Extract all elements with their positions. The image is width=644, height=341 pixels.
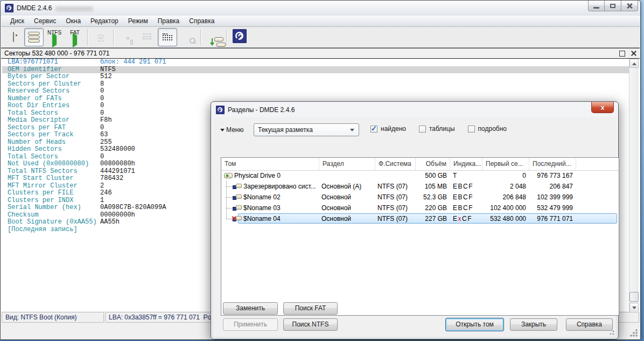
drive-list-button[interactable] [24, 28, 44, 46]
apply-button[interactable]: Применить [223, 318, 278, 331]
field-label: OEM identifier [8, 66, 100, 74]
dmde-logo-button[interactable] [230, 28, 249, 46]
scroll-up-icon[interactable] [629, 59, 639, 68]
dialog-menu-button[interactable]: Меню [220, 126, 243, 134]
checkbox-таблицы[interactable]: таблицы [419, 125, 455, 133]
close-icon [626, 3, 633, 9]
sector-panel-title: Секторы 532 480 000 - 976 771 071 [4, 50, 110, 57]
close-button[interactable] [621, 1, 638, 11]
tree-stub [226, 197, 232, 198]
menu-item-7[interactable]: Справка [184, 16, 219, 26]
drive-button[interactable] [4, 28, 23, 46]
dialog-close-button[interactable]: x [591, 102, 614, 113]
menu-item-2[interactable]: Сервис [29, 16, 61, 26]
partition-row[interactable]: Physical Drive 0500 GBT0976 773 167 [221, 170, 619, 181]
field-label: Root Dir Entries [8, 102, 100, 110]
volume-name: $Noname 04 [243, 213, 319, 224]
column-header-3[interactable]: Ф.Система [375, 158, 416, 170]
volume-name: $Noname 02 [243, 192, 319, 203]
partition-row[interactable]: $Noname 03ОсновнойNTFS (07)220 GBEBCF102… [221, 203, 619, 213]
open-fat-icon [73, 36, 77, 45]
open-ntfs-button[interactable]: NTFS [45, 28, 64, 46]
deleted-x-icon: × [232, 213, 236, 222]
replace-button[interactable]: Заменить [223, 302, 278, 315]
boot-field-row[interactable]: OEM identifierNTFS [2, 66, 629, 74]
field-value: 255 [100, 138, 112, 146]
drive-icon [13, 32, 14, 42]
menu-item-6[interactable]: Правка [153, 16, 185, 26]
scrollbar-thumb[interactable] [629, 292, 639, 302]
boot-field-row[interactable]: Sectors per Cluster8 [2, 81, 629, 88]
layout-select-value: Текущая разметка [258, 126, 313, 134]
field-value: 0 [100, 102, 104, 109]
menu-item-4[interactable]: Редактор [86, 16, 123, 26]
list-view-icon [143, 33, 151, 41]
first-sector: 532 480 000 [482, 213, 526, 224]
panel-maximize-icon[interactable] [619, 51, 625, 57]
layout-select[interactable]: Текущая разметка [254, 123, 359, 136]
boot-field-row[interactable]: Reserved Sectors0 [2, 88, 629, 95]
indicators: EBCF [453, 192, 482, 203]
field-value: 246 [100, 189, 112, 197]
toolbar-separator [226, 29, 227, 45]
search-fat-button[interactable]: Поиск FAT [283, 302, 338, 315]
maximize-icon [610, 4, 615, 8]
tree-stub [226, 208, 232, 208]
open-ntfs-icon [52, 36, 57, 45]
field-value: 512 [100, 73, 112, 80]
field-value: 0 [100, 124, 104, 131]
column-header-4[interactable]: Объём [416, 158, 450, 170]
panel-close-icon[interactable] [631, 50, 636, 56]
menu-item-1[interactable]: Диск [5, 16, 29, 26]
open-volume-button[interactable]: Открыть том [445, 318, 504, 331]
sector-panel-header: Секторы 532 480 000 - 976 771 071 [1, 48, 640, 59]
minimize-icon [593, 7, 599, 9]
help-button[interactable]: Справка [566, 318, 613, 331]
checkbox-icon[interactable] [370, 126, 377, 133]
file-system [377, 170, 416, 181]
list-view-button [137, 28, 157, 46]
menu-item-3[interactable]: Окна [61, 16, 86, 26]
maximize-button[interactable] [605, 1, 621, 11]
partition-icon [233, 205, 242, 211]
checkbox-icon[interactable] [419, 126, 426, 133]
column-header-2[interactable]: Раздел [319, 158, 375, 170]
first-sector: 0 [482, 170, 526, 181]
indicators: EBCF [453, 203, 482, 213]
checkbox-найдено[interactable]: найдено [370, 125, 406, 133]
dialog-title-bar: Разделы - DMDE 2.4.6 x [211, 102, 618, 117]
boot-field-row[interactable]: LBA:976771071блок: 444 291 071 [2, 59, 629, 66]
search-ntfs-button[interactable]: Поиск NTFS [283, 318, 338, 331]
resize-grip[interactable] [630, 329, 638, 337]
menu-item-5[interactable]: Режим [123, 16, 153, 26]
minimize-button[interactable] [588, 1, 605, 11]
partitions-table: ТомРазделФ.СистемаОбъёмИндика...Первый с… [221, 157, 619, 316]
field-label: Clusters per INDX [8, 197, 100, 205]
boot-field-row[interactable]: Bytes per Sector512 [2, 73, 629, 81]
dmde-logo-icon [216, 106, 225, 116]
checkbox-icon[interactable] [468, 126, 475, 133]
scroll-down-icon[interactable] [629, 303, 639, 312]
partition-row[interactable]: Зарезервировано сист...Основной (A)NTFS … [221, 181, 619, 192]
column-header-6[interactable]: Первый се... [482, 158, 529, 170]
dialog-resize-grip[interactable] [608, 329, 614, 335]
redacted-text [55, 6, 93, 11]
open-fat-button[interactable]: FAT [65, 28, 85, 46]
checkbox-подробно[interactable]: подробно [468, 125, 507, 133]
sector-view-button[interactable] [158, 28, 177, 46]
close-button[interactable]: Закрыть [510, 318, 557, 331]
column-header-1[interactable]: Том [221, 158, 319, 170]
indicators: T [453, 170, 482, 181]
switch-window-button[interactable] [204, 28, 223, 46]
partition-row[interactable]: $Noname 02ОсновнойNTFS (07)52.3 GBEBCF20… [221, 192, 619, 203]
column-header-5[interactable]: Индика... [450, 158, 482, 170]
column-header-7[interactable]: Последний... [529, 158, 576, 170]
file-system: NTFS (07) [377, 213, 416, 224]
vertical-scrollbar[interactable] [629, 59, 639, 312]
partition-row[interactable]: ×$Noname 04ОсновнойNTFS (07)227 GBExCF53… [221, 213, 619, 224]
partition-icon [233, 194, 242, 200]
toolbar: NTFSFAT✦ [1, 27, 640, 48]
indicators: EBCF [453, 181, 482, 192]
partition-type: Основной [321, 192, 375, 203]
field-label: Total Sectors [8, 110, 100, 117]
